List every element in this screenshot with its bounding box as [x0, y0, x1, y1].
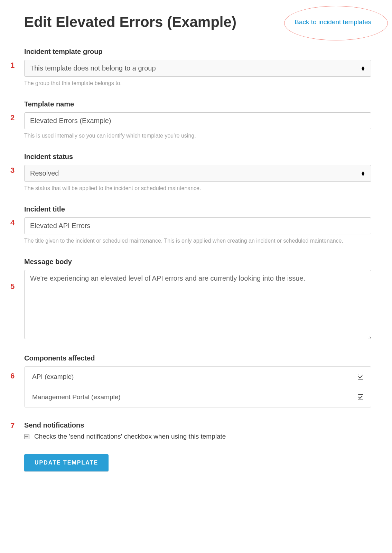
template-name-label: Template name — [24, 100, 371, 108]
back-link-label: Back to incident templates — [295, 18, 371, 26]
group-select[interactable]: This template does not belong to a group… — [24, 60, 371, 77]
notifications-label: Send notifications — [24, 421, 371, 429]
components-list: API (example) Management Portal (example… — [24, 366, 371, 407]
message-body-label: Message body — [24, 258, 371, 266]
incident-title-help: The title given to the incident or sched… — [24, 238, 371, 244]
back-to-templates-link[interactable]: Back to incident templates — [295, 18, 371, 26]
update-template-button[interactable]: UPDATE TEMPLATE — [24, 454, 109, 471]
status-select[interactable]: Resolved ▲▼ — [24, 165, 371, 182]
notifications-checkbox[interactable] — [24, 434, 29, 439]
select-arrows-icon: ▲▼ — [361, 66, 365, 71]
incident-title-label: Incident title — [24, 205, 371, 213]
template-name-input[interactable] — [24, 112, 371, 129]
group-label: Incident template group — [24, 48, 371, 56]
step-marker-3: 3 — [10, 153, 24, 175]
page-title: Edit Elevated Errors (Example) — [24, 14, 236, 30]
template-name-help: This is used internally so you can ident… — [24, 133, 371, 139]
status-select-value: Resolved — [30, 169, 59, 177]
notifications-desc: Checks the 'send notifications' checkbox… — [34, 433, 226, 440]
message-body-textarea[interactable] — [24, 270, 371, 339]
checkbox-checked-icon[interactable] — [358, 374, 363, 379]
status-label: Incident status — [24, 153, 371, 161]
step-marker-4: 4 — [10, 205, 24, 227]
component-name: API (example) — [32, 373, 74, 381]
component-name: Management Portal (example) — [32, 393, 121, 401]
component-row[interactable]: API (example) — [25, 367, 371, 387]
incident-title-input[interactable] — [24, 217, 371, 234]
select-arrows-icon: ▲▼ — [361, 171, 365, 176]
component-row[interactable]: Management Portal (example) — [25, 387, 371, 407]
step-marker-7: 7 — [10, 421, 24, 430]
group-help: The group that this template belongs to. — [24, 80, 371, 86]
checkbox-checked-icon[interactable] — [358, 394, 363, 400]
status-help: The status that will be applied to the i… — [24, 185, 371, 191]
step-marker-5: 5 — [10, 258, 24, 291]
group-select-value: This template does not belong to a group — [30, 64, 156, 72]
step-marker-1: 1 — [10, 48, 24, 70]
step-marker-6: 6 — [10, 354, 24, 381]
step-marker-2: 2 — [10, 100, 24, 122]
components-label: Components affected — [24, 354, 371, 362]
